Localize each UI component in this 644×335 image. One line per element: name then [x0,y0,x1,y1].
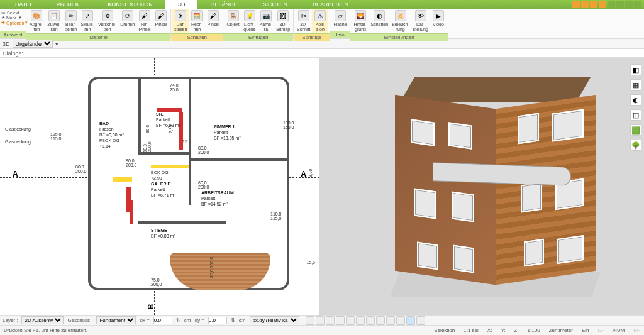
group-label: Auswahl [0,31,26,38]
snap-tool-icon[interactable] [416,316,425,325]
lichtquelle-button[interactable]: 💡Licht- quelle [242,9,258,33]
ribbon-group-info: ▱Fläche Info [330,9,350,38]
snap-tool-icon[interactable] [316,316,325,325]
schatten-button[interactable]: ◐Schatten [369,9,390,28]
group-label: Sonstige [294,33,330,41]
window-controls [572,1,641,8]
video-button[interactable]: ▶Video [430,9,447,28]
verschieben-button[interactable]: ✥Verschie- ben [96,9,118,33]
abgreifen-button[interactable]: 🎨Abgrei- fen [28,9,46,33]
optionen-button[interactable]: ✚ Optionen ▾ [1,20,28,25]
selekt-button[interactable]: ▭ Selekt [1,10,19,15]
dimension: 9,00 [309,169,313,178]
group-label: Einfügen [223,33,293,41]
floorplan-pane[interactable]: Glasdeckung Glasdeckung 125,0 115,0 A A … [0,58,319,315]
snap-tool-icon[interactable] [346,316,355,325]
snap-tool-icon[interactable] [326,316,335,325]
kollision-button[interactable]: ⚠Kolli- sion [312,9,328,33]
drehen-button[interactable]: ⟳Drehen [118,9,136,28]
rechnen-button[interactable]: 🧮Rech- nen [189,9,205,33]
darstellung-button[interactable]: 👁Dar- stellung [411,9,430,33]
dimension: 80,0 200,0 [75,165,87,173]
selektion-label: Selektion [434,327,455,333]
help-icon[interactable] [608,1,615,8]
coord-bar: Layer : 2D Aussenw Geschoss : Fundament … [0,315,644,325]
layer-select[interactable]: 2D Aussenw [21,316,64,324]
group-label: Einstellungen [350,33,447,41]
snap-tool-icon[interactable] [366,316,375,325]
ribbon-group-schatten: ☀Dar- stellen 🧮Rech- nen 🖌Pinsel Schatte… [171,9,223,38]
geschoss-select[interactable]: Fundament [96,316,136,324]
workspace: Glasdeckung Glasdeckung 125,0 115,0 A A … [0,58,644,315]
dialog-row: Dialoge: [0,49,644,58]
split-icon[interactable]: ◫ [630,109,641,121]
bitmap-button[interactable]: 🖼3D- Bitmap [274,9,292,33]
chevron-down-icon[interactable]: ▾ [55,41,58,47]
section-marker-a: A [13,170,18,178]
label-glasdeckung: Glasdeckung [5,140,31,144]
tab-projekt[interactable]: PROJEKT [44,0,96,9]
stepper-icon[interactable]: ⇅ [231,317,235,323]
maximize-icon[interactable] [625,1,633,8]
dx-label: dx = [140,317,149,323]
tab-gelaende[interactable]: GELÄNDE [197,0,250,9]
tree-icon[interactable]: 🌳 [630,140,641,151]
tool-icon[interactable] [590,1,597,8]
mark-button[interactable]: ★ Mark. ▾ [1,15,21,20]
z-label: Z: [514,327,519,333]
schatten-pinsel-button[interactable]: 🖌Pinsel [205,9,221,28]
hint-text: Drücken Sie F1, um Hilfe zu erhalten. [4,327,87,333]
flaeche-button[interactable]: ▱Fläche [331,9,348,28]
stepper-icon[interactable]: ⇅ [176,317,180,323]
dimension: 80,0 200,0 [198,146,209,155]
snap-tool-icon[interactable] [376,316,385,325]
grid-tool-icon[interactable] [406,316,415,325]
snap-tool-icon[interactable] [386,316,395,325]
tab-konstruktion[interactable]: KONSTRUKTION [95,0,165,9]
tab-3d[interactable]: 3D [165,0,198,9]
3dschnitt-button[interactable]: ✂3D- Schnitt [295,9,312,33]
hin-pinsel-button[interactable]: 🖌Hin. Pinsel [136,9,153,33]
dimension: 75,0 200,0 [151,278,162,287]
minimize-icon[interactable] [616,1,624,8]
grid-icon[interactable]: ▦ [630,79,641,91]
pinsel-button[interactable]: 🖌Pinsel [153,9,169,28]
mode-label: 3D [3,41,10,47]
room-zimmer1: ZIMMER 1 Parkett BF =13,05 m² [214,124,241,141]
palette-icon[interactable]: 🟩 [630,124,641,136]
objekt-button[interactable]: 🪑Objekt [225,9,241,28]
shade-icon[interactable]: ◐ [630,94,641,106]
tool-icon[interactable] [581,1,589,8]
tool-icon[interactable] [599,1,606,8]
kamera-button[interactable]: 📷Kame- ra [258,9,275,33]
label-glasdeckung: Glasdeckung [5,127,31,131]
tool-icon[interactable] [572,1,580,8]
tab-sichten[interactable]: SICHTEN [250,0,300,9]
zuweisen-button[interactable]: 📋Zuwei- sen [46,9,63,33]
room-bad: BAD Fliesen BF =0,00 m² FBOK OG +3,14 [99,121,124,149]
snap-tool-icon[interactable] [306,316,314,325]
hintergrund-button[interactable]: 🌄Hinter- grund [352,9,369,33]
darstellen-button[interactable]: ☀Dar- stellen [172,9,189,33]
tab-datei[interactable]: DATEI [3,0,44,9]
layers-icon[interactable]: ◧ [630,64,641,75]
dimension: 190,0 150,0 [283,121,294,129]
close-icon[interactable] [634,1,641,8]
3d-pane[interactable]: ◧ ▦ ◐ ◫ 🟩 🌳 [319,58,644,315]
snap-tool-icon[interactable] [356,316,365,325]
layer-label: Layer : [3,317,18,323]
ribbon-group-material: 🎨Abgrei- fen 📋Zuwei- sen ✏Bear- beiten ⤢… [26,9,171,38]
dx-input[interactable] [153,317,172,324]
snap-tool-icon[interactable] [336,316,345,325]
beleuchtung-button[interactable]: 🔆Beleuch- tung [390,9,411,33]
snap-tool-icon[interactable] [396,316,405,325]
tab-bearbeiten[interactable]: BEARBEITEN [300,0,361,9]
bearbeiten-button[interactable]: ✏Bear- beiten [63,9,79,33]
layer-select[interactable]: Urgelände [13,40,53,48]
skalieren-button[interactable]: ⤢Skalie- ren [79,9,96,33]
3d-render [345,64,619,309]
coord-mode-select[interactable]: dx,dy (relativ ka [250,316,299,324]
dimension: 2,35 [169,125,173,134]
dy-input[interactable] [208,317,227,324]
group-label: Schatten [171,33,223,41]
